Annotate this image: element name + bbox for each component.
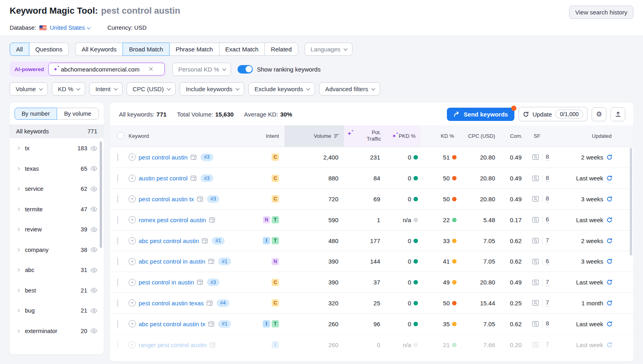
serp-features-icon[interactable] [532,154,539,160]
sf-count[interactable]: 8 [546,153,549,161]
eye-icon[interactable] [90,247,97,252]
include-keywords-filter[interactable]: Include keywords [180,82,244,96]
eye-icon[interactable] [90,166,97,171]
serp-preview-icon[interactable] [207,301,213,306]
serp-features-icon[interactable] [532,196,539,202]
tab-phrase-match[interactable]: Phrase Match [169,43,219,56]
keyword-link[interactable]: pest control austin texas [139,300,204,307]
serp-preview-icon[interactable] [209,342,215,348]
send-keywords-button[interactable]: Send keywords [447,108,514,121]
serp-preview-icon[interactable] [190,176,197,181]
serp-features-icon[interactable] [532,238,539,243]
add-keyword-icon[interactable]: + [129,258,136,265]
col-updated[interactable]: Updated [567,125,633,147]
row-checkbox[interactable] [117,341,118,349]
group-list-item[interactable]: texas 65 [10,159,104,179]
add-keyword-icon[interactable]: + [129,299,136,307]
tab-exact-match[interactable]: Exact Match [219,43,265,56]
serp-features-icon[interactable] [532,176,539,181]
sidebar-scrollbar[interactable] [100,141,102,248]
keyword-link[interactable]: pest control in austin [139,279,194,286]
row-checkbox[interactable] [117,299,118,307]
serp-features-icon[interactable] [532,217,539,223]
clear-domain-icon[interactable]: ✕ [148,65,154,73]
tab-all[interactable]: All [10,43,29,56]
eye-icon[interactable] [90,207,97,212]
serp-features-icon[interactable] [532,300,539,306]
add-keyword-icon[interactable]: + [129,195,136,202]
volume-filter[interactable]: Volume [10,82,48,96]
exclude-keywords-filter[interactable]: Exclude keywords [248,82,315,96]
tab-related[interactable]: Related [264,43,298,56]
database-selector[interactable]: United States [50,25,90,31]
group-list-item[interactable]: service 62 [10,179,104,199]
group-list-item[interactable]: bug 21 [10,301,104,321]
sf-count[interactable]: 8 [546,320,549,327]
eye-icon[interactable] [90,227,97,232]
sf-count[interactable]: 6 [546,258,549,265]
refresh-metrics-icon[interactable] [606,279,612,285]
row-checkbox[interactable] [117,174,118,182]
sf-count[interactable]: 7 [546,279,549,286]
serp-preview-icon[interactable] [197,280,203,285]
tab-all-keywords[interactable]: All Keywords [75,43,123,56]
refresh-metrics-icon[interactable] [606,175,612,181]
row-checkbox[interactable] [117,320,118,328]
col-pkd[interactable]: ✦✦PKD % [384,125,420,147]
row-checkbox[interactable] [117,278,118,286]
row-checkbox[interactable] [117,258,118,265]
sf-count[interactable]: 6 [546,216,549,223]
serp-features-icon[interactable] [532,259,539,264]
add-keyword-icon[interactable]: + [129,320,136,327]
select-all-checkbox[interactable] [117,132,124,139]
serp-features-icon[interactable] [532,342,539,348]
tab-questions[interactable]: Questions [29,43,69,56]
update-button[interactable]: Update 0/1,000 [518,107,588,121]
eye-icon[interactable] [90,268,97,273]
group-list-item[interactable]: review 39 [10,219,104,240]
col-com[interactable]: Com. [506,125,532,147]
col-sf[interactable]: SF [532,125,567,147]
row-checkbox[interactable] [117,237,118,245]
cpc-filter[interactable]: CPC (USD) [127,82,176,96]
keyword-link[interactable]: abc pest control austin [139,237,199,244]
languages-dropdown[interactable]: Languages [305,43,352,56]
group-list-item[interactable]: abc 31 [10,260,104,280]
add-keyword-icon[interactable]: + [129,279,136,286]
keyword-link[interactable]: abc pest control austin tx [139,321,205,327]
eye-icon[interactable] [90,146,97,151]
intent-filter[interactable]: Intent [89,82,123,96]
serp-preview-icon[interactable] [208,259,214,264]
eye-icon[interactable] [90,308,97,313]
kd-filter[interactable]: KD % [52,82,85,96]
refresh-metrics-icon[interactable] [606,238,612,244]
add-keyword-icon[interactable]: + [129,341,136,348]
group-list-item[interactable]: best 21 [10,280,104,301]
col-volume[interactable]: Volume [285,125,344,147]
tab-by-number[interactable]: By number [14,108,57,120]
keyword-link[interactable]: abc pest control in austin [139,258,205,265]
group-list-item[interactable]: company 38 [10,240,104,260]
tab-by-volume[interactable]: By volume [57,108,99,120]
eye-icon[interactable] [90,186,97,192]
sf-count[interactable]: 7 [546,237,549,244]
keyword-link[interactable]: ranger pest control austin [139,342,207,348]
tab-broad-match[interactable]: Broad Match [123,43,170,56]
add-keyword-icon[interactable]: + [129,175,136,182]
row-checkbox[interactable] [117,216,118,224]
refresh-metrics-icon[interactable] [606,342,612,348]
refresh-metrics-icon[interactable] [606,154,612,160]
table-scrollbar[interactable] [630,148,632,256]
domain-input[interactable]: ✦✦ abchomeandcommercial.com ✕ [48,63,165,76]
refresh-metrics-icon[interactable] [606,300,612,306]
sf-count[interactable]: 8 [546,175,549,182]
serp-preview-icon[interactable] [190,155,197,160]
refresh-metrics-icon[interactable] [606,217,612,223]
col-pot-traffic[interactable]: ✦✦Pot.Traffic [344,125,384,147]
add-keyword-icon[interactable]: + [129,237,136,244]
keyword-link[interactable]: austin pest control [139,175,188,182]
all-keywords-row[interactable]: All keywords 771 [10,125,104,138]
col-keyword[interactable]: Keyword [129,125,249,147]
export-button[interactable] [610,107,625,121]
serp-preview-icon[interactable] [209,217,215,223]
